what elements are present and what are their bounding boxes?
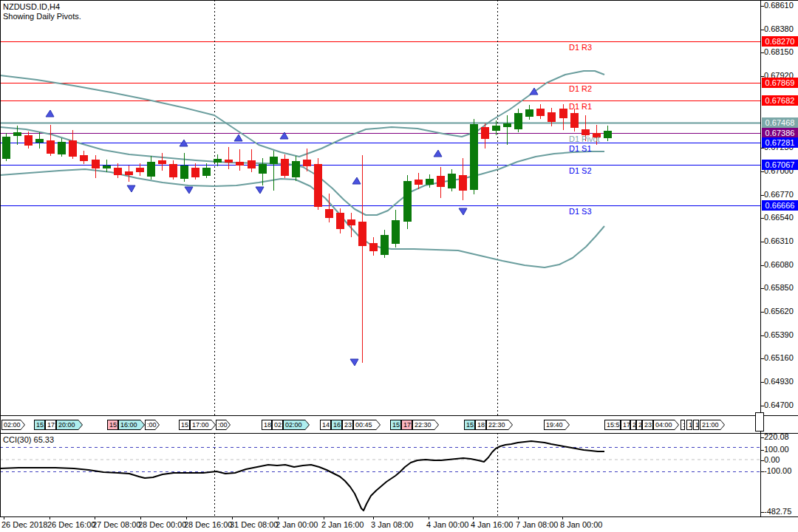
object-time-tag[interactable]: :00	[216, 420, 231, 430]
candle-body-up	[604, 131, 612, 138]
candle-body-down	[358, 222, 366, 246]
sell-arrow-icon[interactable]	[459, 208, 467, 215]
candle-body-up	[492, 126, 500, 131]
candle-body-down	[481, 127, 489, 139]
object-time-tag[interactable]: 22:30	[486, 420, 513, 430]
cci-indicator-chart[interactable]	[0, 433, 798, 516]
time-tick-label: 26 Dec 2018	[1, 520, 47, 529]
object-time-tag[interactable]: 15:	[464, 420, 475, 430]
object-time-tag[interactable]: 22:30	[412, 420, 439, 430]
object-time-tag-label: 15:	[35, 420, 44, 429]
candle-body-up	[292, 161, 300, 177]
buy-arrow-icon[interactable]	[530, 88, 538, 95]
object-time-tag[interactable]: 15:	[34, 420, 45, 430]
candle-body-up	[35, 139, 44, 143]
sell-arrow-icon[interactable]	[350, 359, 358, 366]
price-level-badge: 0.67682	[762, 95, 798, 106]
candle-body-down	[80, 155, 88, 161]
object-time-tag[interactable]: 15:	[390, 420, 401, 430]
sell-arrow-icon[interactable]	[256, 187, 264, 194]
object-time-tag-label: 15:	[180, 420, 189, 429]
object-time-tag[interactable]: 18:	[475, 420, 486, 430]
object-time-tag-label: 1	[687, 420, 692, 429]
candle-body-down	[559, 109, 567, 118]
object-time-tag[interactable]: 1	[686, 420, 692, 430]
object-time-tag[interactable]: 1	[693, 420, 699, 430]
buy-arrow-icon[interactable]	[434, 150, 442, 157]
candle-body-down	[415, 180, 423, 185]
price-level-badge: 0.67067	[762, 160, 798, 170]
object-time-tag[interactable]: 14:	[320, 420, 331, 430]
candle-body-up	[58, 142, 66, 154]
candle-body-up	[503, 123, 511, 127]
object-time-tag-label: 15:	[465, 420, 474, 429]
candle-body-down	[369, 243, 378, 251]
scroll-handle[interactable]	[755, 412, 764, 432]
candle-body-down	[191, 168, 200, 177]
candle-body-up	[180, 166, 188, 179]
object-time-tag[interactable]: 2	[630, 420, 636, 430]
object-time-tag-label: :00	[146, 420, 159, 429]
object-time-tag[interactable]: 02:	[272, 420, 283, 430]
object-time-tag[interactable]: 2	[636, 420, 642, 430]
main-chart-bottom-border	[0, 415, 798, 416]
candle-body-down	[47, 140, 55, 154]
object-time-tag[interactable]: :	[681, 420, 685, 430]
object-time-tag[interactable]: 16:00	[118, 420, 145, 430]
object-time-tag[interactable]: 02:00	[283, 420, 310, 430]
candle-body-up	[147, 162, 155, 177]
price-level-badge: 0.67281	[762, 137, 798, 148]
cci-tick-label: -100.00	[764, 466, 791, 475]
buy-arrow-icon[interactable]	[46, 110, 54, 117]
object-time-tag[interactable]: 02:00	[1, 420, 25, 430]
pivot-label-d1-r2: D1 R2	[569, 84, 592, 93]
time-tick-label: 31 Dec 08:00	[230, 520, 278, 529]
object-time-tag-label: 20:00	[57, 420, 82, 429]
price-tick-label: 0.64700	[764, 400, 794, 409]
object-time-tag[interactable]: 17:00	[190, 420, 216, 430]
object-time-tag[interactable]: 17:	[45, 420, 56, 430]
object-time-tag[interactable]: 17:	[401, 420, 412, 430]
object-time-tag[interactable]: 20:00	[56, 420, 83, 430]
object-time-tag-label: 14:	[321, 420, 330, 429]
candle-body-down	[570, 113, 579, 128]
buy-arrow-icon[interactable]	[234, 134, 242, 141]
object-time-tag[interactable]: 04:00	[653, 420, 679, 430]
object-time-tag[interactable]: 23:	[342, 420, 353, 430]
candle-body-down	[158, 160, 166, 164]
candle-body-down	[24, 135, 33, 146]
object-time-tag[interactable]: 21:00	[700, 420, 725, 430]
object-time-tag[interactable]: 16:	[331, 420, 342, 430]
time-tick-label: 2 Jan 00:00	[276, 520, 318, 529]
object-time-tag-label: 19:40	[545, 420, 569, 429]
object-time-tag[interactable]: 18:	[262, 420, 272, 430]
price-level-badge: 0.67869	[762, 78, 798, 88]
object-time-tag[interactable]: 19:40	[544, 420, 570, 430]
object-time-tag-label: 15:	[108, 420, 117, 429]
candle-body-down	[236, 162, 244, 166]
object-time-tag-label: 17:00	[191, 420, 215, 429]
candle-body-down	[248, 160, 256, 168]
object-time-tag[interactable]: 00:45	[353, 420, 381, 430]
object-time-tag-label: 23:	[643, 420, 652, 429]
sell-arrow-icon[interactable]	[127, 185, 135, 192]
price-tick-label: 0.66080	[764, 260, 794, 269]
object-time-tag[interactable]: 15:5	[604, 420, 621, 430]
middle-band-curve	[0, 127, 604, 215]
buy-arrow-icon[interactable]	[352, 177, 361, 184]
main-chart[interactable]: D1 R3D1 R2D1 R1D1 PivotD1 S1D1 S2D1 S3	[0, 0, 798, 415]
candle-body-down	[69, 140, 77, 157]
sell-arrow-icon[interactable]	[185, 187, 193, 194]
candle-body-down	[225, 160, 233, 163]
price-level-badge: 0.67386	[762, 128, 798, 138]
signal-arrows-layer[interactable]	[46, 88, 538, 366]
chart-window: D1 R3D1 R2D1 R1D1 PivotD1 S1D1 S2D1 S3 N…	[0, 0, 798, 532]
object-time-tag[interactable]: 15:	[179, 420, 190, 430]
object-time-tag[interactable]: 23:	[642, 420, 653, 430]
object-time-tag-label: 17:	[46, 420, 55, 429]
candle-body-down	[548, 112, 556, 122]
object-time-tag[interactable]: 17	[621, 420, 630, 430]
object-time-tag[interactable]: 15:	[107, 420, 118, 430]
object-time-tag[interactable]: :00	[145, 420, 160, 430]
object-time-tag-label: 02:00	[284, 420, 309, 429]
